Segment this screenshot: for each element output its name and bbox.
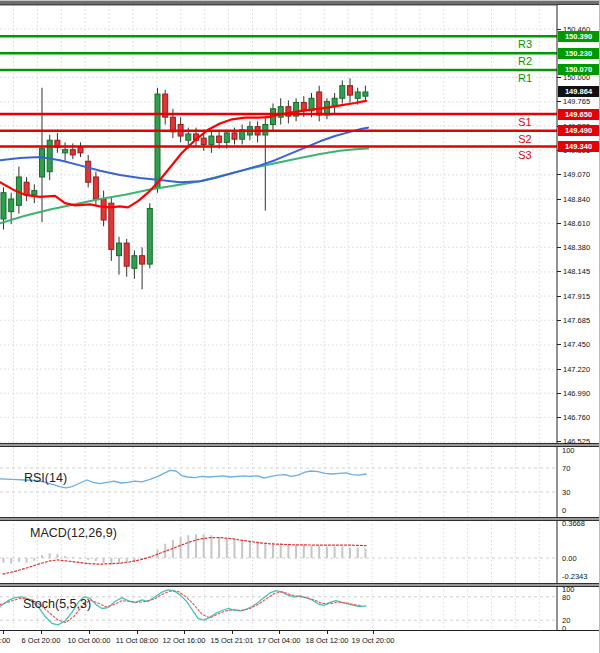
time-tick-mark xyxy=(137,630,138,634)
time-tick-mark xyxy=(89,630,90,634)
price-tick-mark xyxy=(557,29,561,30)
candlestick xyxy=(355,92,360,98)
time-tick-mark xyxy=(184,630,185,634)
candlestick xyxy=(155,94,160,187)
candlestick xyxy=(70,150,75,155)
time-tick-mark xyxy=(279,630,280,634)
candlestick xyxy=(47,140,52,171)
time-axis-label: 12 Oct 16:00 xyxy=(163,636,206,645)
time-axis-label: 18 Oct 12:00 xyxy=(306,636,349,645)
price-badge-support: 149.650 xyxy=(558,109,599,120)
candlestick xyxy=(132,256,137,269)
candlestick xyxy=(124,243,129,266)
candlestick xyxy=(201,138,206,144)
chart-surface[interactable] xyxy=(0,0,600,653)
candlestick xyxy=(224,133,229,142)
candlestick xyxy=(186,134,191,140)
price-tick-mark xyxy=(557,393,561,394)
candlestick xyxy=(363,92,368,96)
rsi-axis-label: 70 xyxy=(562,464,570,473)
price-tick-label: 147.915 xyxy=(563,292,590,301)
price-badge-resistance: 150.230 xyxy=(558,48,599,59)
stoch-axis-label: 0 xyxy=(562,624,566,633)
candlestick xyxy=(117,243,122,256)
candlestick xyxy=(78,148,83,153)
pivot-label-s3: S3 xyxy=(513,149,537,161)
price-tick-mark xyxy=(557,369,561,370)
candlestick xyxy=(101,199,106,220)
price-tick-mark xyxy=(557,77,561,78)
price-tick-label: 149.070 xyxy=(563,170,590,179)
price-tick-mark xyxy=(557,441,561,442)
panel-separator xyxy=(0,517,600,521)
time-axis-label: 2:00 xyxy=(0,636,10,645)
time-tick-mark xyxy=(373,630,374,634)
pivot-label-s2: S2 xyxy=(513,133,537,145)
time-tick-mark xyxy=(232,630,233,634)
stoch-axis-label: 80 xyxy=(562,593,570,602)
time-tick-mark xyxy=(41,630,42,634)
pivot-label-r3: R3 xyxy=(513,38,537,50)
price-tick-label: 147.450 xyxy=(563,340,590,349)
price-badge-current: 149.864 xyxy=(558,86,599,97)
price-tick-label: 149.765 xyxy=(563,97,590,106)
time-axis-label: 11 Oct 08:00 xyxy=(116,636,158,645)
price-tick-label: 146.760 xyxy=(563,413,590,422)
candlestick xyxy=(232,133,237,139)
price-badge-resistance: 150.390 xyxy=(558,31,599,42)
price-tick-mark xyxy=(557,271,561,272)
candlestick xyxy=(140,256,145,264)
panel-separator xyxy=(0,443,600,447)
price-tick-label: 148.840 xyxy=(563,195,590,204)
candlestick xyxy=(348,86,353,95)
panel-separator xyxy=(0,583,600,587)
price-tick-mark xyxy=(557,174,561,175)
time-axis-label: 19 Oct 20:00 xyxy=(352,636,395,645)
pivot-label-r2: R2 xyxy=(513,55,537,67)
candlestick xyxy=(1,193,6,219)
candlestick xyxy=(93,177,98,199)
price-tick-mark xyxy=(557,199,561,200)
candlestick xyxy=(209,136,214,144)
price-badge-support: 149.340 xyxy=(558,141,599,152)
time-axis-label: 6 Oct 20:00 xyxy=(22,636,61,645)
rsi-panel-label: RSI(14) xyxy=(24,471,67,485)
candlestick xyxy=(63,150,68,153)
candlestick xyxy=(9,199,14,212)
price-tick-label: 148.380 xyxy=(563,243,590,252)
time-axis-label: 15 Oct 21:01 xyxy=(211,636,254,645)
candlestick xyxy=(147,208,152,264)
candlestick xyxy=(217,136,222,142)
macd-axis-label: -0.2343 xyxy=(562,572,587,581)
price-badge-support: 149.490 xyxy=(558,125,599,136)
pivot-label-s1: S1 xyxy=(513,116,537,128)
price-tick-mark xyxy=(557,296,561,297)
price-tick-label: 146.990 xyxy=(563,389,590,398)
time-tick-mark xyxy=(3,630,4,634)
price-tick-label: 148.145 xyxy=(563,267,590,276)
price-badge-resistance: 150.070 xyxy=(558,64,599,75)
price-tick-mark xyxy=(557,101,561,102)
price-tick-label: 148.610 xyxy=(563,219,590,228)
chart-window: RSI(14) MACD(12,26,9) Stoch(5,5,3) 150.4… xyxy=(0,0,600,653)
price-tick-mark xyxy=(557,344,561,345)
stoch-panel-label: Stoch(5,5,3) xyxy=(23,597,91,611)
time-axis-label: 17 Oct 04:00 xyxy=(258,636,301,645)
price-tick-mark xyxy=(557,320,561,321)
candlestick xyxy=(86,161,91,182)
time-axis-border xyxy=(0,630,600,631)
pivot-label-r1: R1 xyxy=(513,72,537,84)
candlestick xyxy=(109,203,114,249)
rsi-axis-label: 100 xyxy=(562,446,575,455)
price-tick-mark xyxy=(557,417,561,418)
candlestick xyxy=(24,182,29,195)
time-axis-label: 10 Oct 00:00 xyxy=(68,636,111,645)
macd-axis-label: 0.3668 xyxy=(562,519,585,528)
macd-panel-label: MACD(12,26,9) xyxy=(30,526,117,540)
price-tick-label: 147.685 xyxy=(563,316,590,325)
rsi-axis-label: 30 xyxy=(562,488,570,497)
price-tick-mark xyxy=(557,223,561,224)
price-tick-label: 147.220 xyxy=(563,365,590,374)
time-tick-mark xyxy=(327,630,328,634)
macd-axis-label: 0.00 xyxy=(562,554,577,563)
